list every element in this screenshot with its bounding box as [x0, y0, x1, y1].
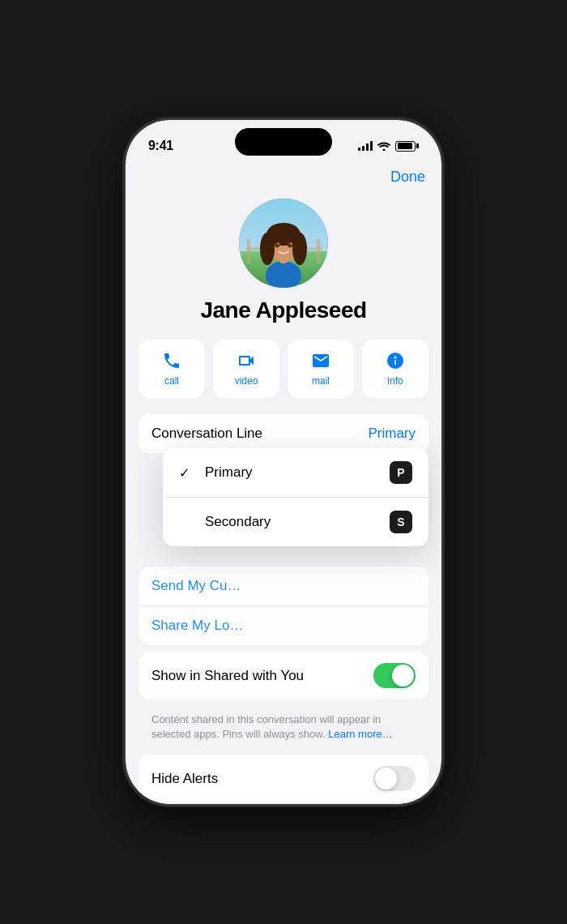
contact-name: Jane Appleseed: [200, 297, 366, 323]
svg-rect-3: [247, 239, 250, 263]
avatar: [239, 199, 328, 288]
svg-point-15: [291, 243, 292, 245]
avatar-section: Jane Appleseed: [139, 199, 428, 323]
conversation-line-container: Conversation Line Primary ✓ Primary P: [139, 414, 428, 453]
share-location-row[interactable]: Share My Lo…: [139, 606, 428, 645]
phone-icon: [162, 351, 181, 370]
content-area: Done: [126, 160, 441, 804]
status-time: 9:41: [148, 139, 173, 153]
svg-point-12: [275, 242, 279, 248]
call-label: call: [164, 375, 179, 387]
svg-rect-4: [317, 239, 320, 263]
secondary-label: Secondary: [205, 514, 271, 530]
status-icons: [358, 141, 419, 152]
checkmark-icon: ✓: [179, 465, 195, 481]
phone-frame: 9:41: [126, 120, 441, 804]
hide-alerts-label: Hide Alerts: [151, 771, 218, 787]
dropdown-primary-item[interactable]: ✓ Primary P: [163, 448, 428, 498]
primary-label: Primary: [205, 464, 253, 481]
info-label: info: [387, 375, 403, 387]
learn-more-link[interactable]: Learn more…: [328, 728, 392, 740]
done-button[interactable]: Done: [390, 169, 425, 186]
send-card-row[interactable]: Send My Cu…: [139, 567, 428, 606]
shared-with-you-label: Show in Shared with You: [151, 668, 304, 684]
dynamic-island: [235, 128, 332, 156]
secondary-badge: S: [390, 511, 412, 533]
video-icon: [237, 351, 256, 370]
battery-icon: [395, 141, 419, 152]
conversation-line-value: Primary: [368, 426, 416, 442]
helper-text: Content shared in this conversation will…: [139, 706, 428, 755]
conversation-line-dropdown: ✓ Primary P ✓ Secondary: [163, 448, 428, 546]
read-receipts-row: Send Read Receipts: [139, 803, 428, 804]
share-location-label: Share My Lo…: [151, 618, 243, 634]
bottom-settings-group: Hide Alerts Send Read Receipts Share Foc…: [139, 755, 428, 804]
send-card-label: Send My Cu…: [151, 578, 241, 594]
svg-point-13: [288, 242, 292, 248]
conversation-line-row[interactable]: Conversation Line Primary: [139, 414, 428, 453]
svg-point-10: [260, 233, 275, 265]
video-label: video: [235, 375, 258, 387]
shared-with-you-toggle[interactable]: [373, 663, 416, 688]
video-button[interactable]: video: [213, 340, 279, 398]
action-buttons-row: call video mail: [139, 340, 428, 398]
blurred-rows: Send My Cu… Share My Lo…: [139, 567, 428, 645]
hide-alerts-toggle[interactable]: [373, 766, 416, 791]
primary-badge: P: [390, 461, 412, 484]
conversation-line-label: Conversation Line: [151, 426, 262, 442]
dropdown-secondary-item[interactable]: ✓ Secondary S: [163, 498, 428, 546]
mail-label: mail: [312, 375, 330, 387]
svg-point-17: [394, 357, 397, 359]
svg-point-14: [278, 243, 279, 245]
mail-icon: [311, 351, 330, 370]
svg-rect-18: [394, 360, 396, 365]
shared-with-you-group: Show in Shared with You: [139, 652, 428, 699]
shared-with-you-row: Show in Shared with You: [139, 652, 428, 699]
signal-icon: [358, 141, 373, 151]
screen: 9:41: [126, 120, 441, 804]
mail-button[interactable]: mail: [288, 340, 354, 398]
done-button-row: Done: [139, 160, 428, 199]
info-button[interactable]: info: [362, 340, 428, 398]
hide-alerts-row: Hide Alerts: [139, 755, 428, 803]
svg-point-11: [292, 233, 307, 265]
info-icon: [386, 351, 405, 370]
wifi-icon: [377, 141, 390, 151]
call-button[interactable]: call: [139, 340, 205, 398]
